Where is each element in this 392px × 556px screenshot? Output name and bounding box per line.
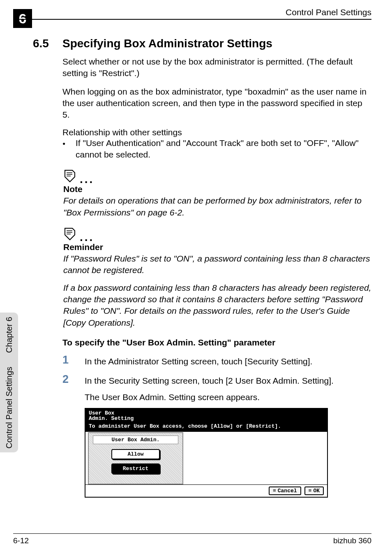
relationship-heading: Relationship with other settings — [62, 127, 371, 137]
screenshot-body: User Box Admin. Allow Restrict — [85, 432, 327, 484]
section-title: Specifying Box Administrator Settings — [62, 37, 272, 50]
sidebar-label: Control Panel Settings — [5, 366, 14, 448]
screenshot-footer: Cancel OK — [85, 484, 327, 497]
step-2-subtext: The User Box Admin. Setting screen appea… — [85, 392, 371, 402]
note-icon-row: ... — [62, 169, 371, 183]
header-rule — [13, 19, 371, 20]
reminder-label: Reminder — [63, 242, 371, 252]
footer-product: bizhub 360 — [333, 536, 371, 545]
cancel-label: Cancel — [278, 488, 297, 494]
screenshot-panel: User Box Admin. Allow Restrict — [88, 432, 183, 484]
procedure-heading: To specify the "User Box Admin. Setting"… — [62, 338, 371, 348]
note-label: Note — [63, 184, 371, 194]
footer-page-number: 6-12 — [13, 536, 29, 545]
bullet-text: If "User Authentication" and "Account Tr… — [76, 137, 371, 161]
ok-label: OK — [313, 488, 320, 494]
note-dots-icon: ... — [80, 174, 94, 185]
step-1-number: 1 — [62, 354, 85, 367]
screenshot-title-line2: Admin. Setting — [89, 416, 324, 422]
header-title: Control Panel Settings — [286, 7, 371, 17]
note-icon — [62, 169, 77, 183]
sidebar-text: Control Panel Settings Chapter 6 — [5, 317, 14, 448]
section-heading: 6.5 Specifying Box Administrator Setting… — [33, 37, 371, 50]
note-block-1: ... Note For details on operations that … — [62, 169, 371, 218]
sidebar-tab: Control Panel Settings Chapter 6 — [0, 313, 18, 452]
bullet-1: If "User Authentication" and "Account Tr… — [62, 137, 371, 161]
reminder-body-2: If a box password containing less than 8… — [63, 282, 371, 329]
screenshot-panel-label: User Box Admin. — [93, 436, 178, 444]
step-2-text: In the Security Setting screen, touch [2… — [85, 373, 334, 387]
screenshot-title-line1: User Box — [89, 410, 324, 416]
bullet-dot-icon — [62, 137, 76, 161]
reminder-dots-icon: ... — [80, 232, 94, 243]
device-screenshot: User Box Admin. Setting To administer Us… — [85, 408, 328, 498]
chapter-badge: 6 — [13, 9, 32, 28]
section-number: 6.5 — [33, 37, 62, 50]
step-1: 1 In the Administrator Setting screen, t… — [62, 354, 371, 367]
reminder-icon — [62, 227, 77, 241]
step-2: 2 In the Security Setting screen, touch … — [62, 373, 371, 387]
note-body: For details on operations that can be pe… — [63, 195, 371, 218]
allow-button[interactable]: Allow — [111, 449, 160, 459]
step-2-number: 2 — [62, 373, 85, 387]
content-area: 6.5 Specifying Box Administrator Setting… — [33, 37, 371, 498]
footer-rule — [13, 533, 371, 534]
reminder-icon-row: ... — [62, 227, 371, 241]
restrict-button[interactable]: Restrict — [111, 463, 160, 474]
chapter-number: 6 — [19, 11, 27, 27]
paragraph-1: Select whether or not use by the box adm… — [62, 56, 371, 79]
note-block-2: ... Reminder If "Password Rules" is set … — [62, 227, 371, 329]
reminder-body-1: If "Password Rules" is set to "ON", a pa… — [63, 253, 371, 276]
ok-button[interactable]: OK — [304, 486, 324, 495]
menu-bars-icon — [273, 488, 276, 494]
screenshot-titlebar: User Box Admin. Setting To administer Us… — [85, 409, 327, 432]
paragraph-2: When logging on as the box administrator… — [62, 86, 371, 121]
screenshot-message: To administer User Box access, choose [A… — [89, 423, 324, 429]
cancel-button[interactable]: Cancel — [269, 486, 301, 495]
menu-bars-icon — [309, 488, 312, 494]
step-1-text: In the Administrator Setting screen, tou… — [85, 354, 312, 367]
sidebar-chapter: Chapter 6 — [5, 317, 14, 353]
screenshot-right-area — [183, 432, 327, 484]
